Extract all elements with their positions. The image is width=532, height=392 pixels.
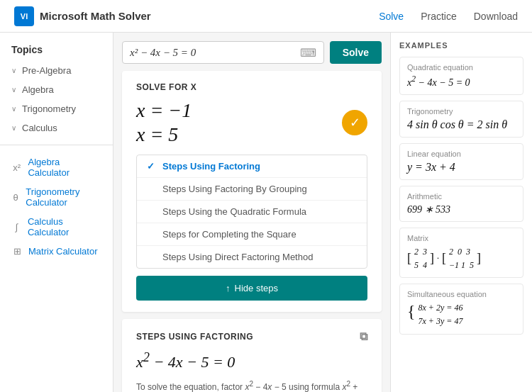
solve-for-label: SOLVE FOR X	[136, 82, 367, 92]
keyboard-icon: ⌨	[300, 46, 316, 60]
example-type: Quadratic equation	[407, 63, 516, 72]
main-layout: Topics ∨ Pre-Algebra ∨ Algebra ∨ Trigono…	[0, 33, 532, 392]
solve-result: x = −1 x = 5 ✓	[136, 99, 367, 146]
steps-menu-item-direct-factoring[interactable]: Steps Using Direct Factoring Method	[137, 246, 367, 268]
example-type: Linear equation	[407, 150, 516, 158]
example-type: Trigonometry	[407, 107, 516, 116]
examples-panel: EXAMPLES Quadratic equation x2 − 4x − 5 …	[390, 33, 532, 392]
example-trigonometry[interactable]: Trigonometry 4 sin θ cos θ = 2 sin θ	[399, 101, 523, 138]
share-icon[interactable]: ⧉	[360, 330, 368, 343]
sidebar-calc-label: Algebra Calculator	[28, 157, 101, 178]
example-formula: x2 − 4x − 5 = 0	[407, 74, 516, 89]
up-arrow-icon: ↑	[226, 283, 231, 293]
example-formula: y = 3x + 4	[407, 161, 516, 174]
example-linear[interactable]: Linear equation y = 3x + 4	[399, 143, 523, 180]
sidebar-label: Algebra	[22, 84, 54, 95]
steps-menu-label: Steps Using the Quadratic Formula	[162, 206, 306, 217]
sidebar-divider	[0, 145, 113, 145]
sidebar-label: Pre-Algebra	[22, 65, 71, 76]
nav-solve[interactable]: Solve	[379, 11, 404, 22]
examples-title: EXAMPLES	[399, 41, 523, 50]
sidebar-item-matrix-calc[interactable]: ⊞ Matrix Calculator	[0, 242, 113, 261]
chevron-icon: ∨	[11, 105, 16, 113]
factoring-equation: x2 − 4x − 5 = 0	[136, 350, 367, 371]
example-type: Arithmetic	[407, 192, 516, 201]
sidebar-item-algebra-calc[interactable]: x² Algebra Calculator	[0, 152, 113, 182]
sidebar-item-calculus[interactable]: ∨ Calculus	[0, 118, 113, 138]
nav-practice[interactable]: Practice	[421, 11, 457, 22]
header-left: VI Microsoft Math Solver	[14, 6, 151, 26]
search-input-wrap[interactable]: ⌨	[122, 41, 324, 64]
sidebar-label: Calculus	[22, 123, 57, 133]
sidebar-item-algebra[interactable]: ∨ Algebra	[0, 80, 113, 99]
trig-calc-icon: θ	[11, 192, 20, 203]
steps-menu-item-quadratic[interactable]: Steps Using the Quadratic Formula	[137, 201, 367, 223]
factoring-title: STEPS USING FACTORING ⧉	[136, 330, 367, 343]
search-bar: ⌨ Solve	[122, 41, 382, 64]
steps-menu-label: Steps Using Factoring	[162, 161, 260, 172]
example-formula: 4 sin θ cos θ = 2 sin θ	[407, 118, 516, 131]
example-formula: [ 2 3 5 4 ] · [ 2 0 3 −1 1 5 ]	[407, 245, 516, 271]
example-simultaneous[interactable]: Simultaneous equation { 8x + 2y = 46 7x …	[399, 284, 523, 335]
steps-menu-label: Steps Using Direct Factoring Method	[162, 252, 313, 262]
chevron-icon: ∨	[11, 67, 16, 74]
steps-menu-item-factoring[interactable]: ✓ Steps Using Factoring	[137, 155, 367, 178]
check-badge: ✓	[342, 110, 367, 135]
result-eq-1: x = −1	[136, 99, 192, 122]
check-icon: ✓	[147, 161, 157, 172]
hide-steps-label: Hide steps	[235, 283, 278, 293]
sidebar-item-pre-algebra[interactable]: ∨ Pre-Algebra	[0, 61, 113, 80]
steps-menu-label: Steps for Completing the Square	[162, 229, 297, 240]
steps-menu-item-completing-square[interactable]: Steps for Completing the Square	[137, 223, 367, 246]
example-formula: 699 ∗ 533	[407, 203, 516, 215]
sidebar: Topics ∨ Pre-Algebra ∨ Algebra ∨ Trigono…	[0, 33, 113, 392]
main-panel: ⌨ Solve SOLVE FOR X x = −1 x = 5	[113, 33, 390, 392]
result-eq-2: x = 5	[136, 123, 192, 146]
factoring-description: To solve the equation, factor x2 − 4x − …	[136, 379, 367, 392]
factoring-title-text: STEPS USING FACTORING	[136, 332, 253, 342]
sidebar-item-trigonometry[interactable]: ∨ Trigonometry	[0, 99, 113, 118]
matrix-calc-icon: ⊞	[11, 246, 23, 257]
result-equations: x = −1 x = 5	[136, 99, 192, 146]
main-nav: Solve Practice Download	[379, 11, 518, 22]
solve-button[interactable]: Solve	[330, 41, 382, 64]
calculus-calc-icon: ∫	[11, 222, 22, 233]
example-type: Matrix	[407, 234, 516, 242]
header: VI Microsoft Math Solver Solve Practice …	[0, 0, 532, 33]
steps-menu-label: Steps Using Factoring By Grouping	[162, 184, 307, 194]
solve-card: SOLVE FOR X x = −1 x = 5 ✓ ✓	[122, 71, 382, 312]
hide-steps-button[interactable]: ↑ Hide steps	[136, 276, 367, 301]
steps-menu-item-factoring-grouping[interactable]: Steps Using Factoring By Grouping	[137, 178, 367, 201]
sidebar-calc-label: Calculus Calculator	[28, 216, 101, 237]
nav-download[interactable]: Download	[474, 11, 518, 22]
sidebar-label: Trigonometry	[22, 103, 76, 114]
chevron-icon: ∨	[11, 124, 16, 132]
sidebar-item-trig-calc[interactable]: θ Trigonometry Calculator	[0, 182, 113, 212]
example-quadratic[interactable]: Quadratic equation x2 − 4x − 5 = 0	[399, 57, 523, 95]
example-arithmetic[interactable]: Arithmetic 699 ∗ 533	[399, 186, 523, 222]
algebra-calc-icon: x²	[11, 162, 22, 173]
search-input[interactable]	[130, 47, 300, 59]
example-type: Simultaneous equation	[407, 290, 516, 298]
app-title: Microsoft Math Solver	[40, 10, 151, 22]
factoring-card: STEPS USING FACTORING ⧉ x2 − 4x − 5 = 0 …	[122, 319, 382, 392]
content-area: ⌨ Solve SOLVE FOR X x = −1 x = 5	[113, 33, 532, 392]
sidebar-calc-label: Trigonometry Calculator	[26, 186, 101, 208]
logo-icon: VI	[14, 6, 34, 26]
example-formula: { 8x + 2y = 46 7x + 3y = 47	[407, 301, 516, 328]
steps-menu: ✓ Steps Using Factoring Steps Using Fact…	[136, 155, 367, 269]
sidebar-item-calculus-calc[interactable]: ∫ Calculus Calculator	[0, 212, 113, 242]
example-matrix[interactable]: Matrix [ 2 3 5 4 ] · [ 2 0 3 −1 1	[399, 228, 523, 278]
chevron-icon: ∨	[11, 86, 16, 94]
sidebar-topics-title: Topics	[0, 44, 113, 61]
sidebar-calc-label: Matrix Calculator	[28, 246, 98, 257]
